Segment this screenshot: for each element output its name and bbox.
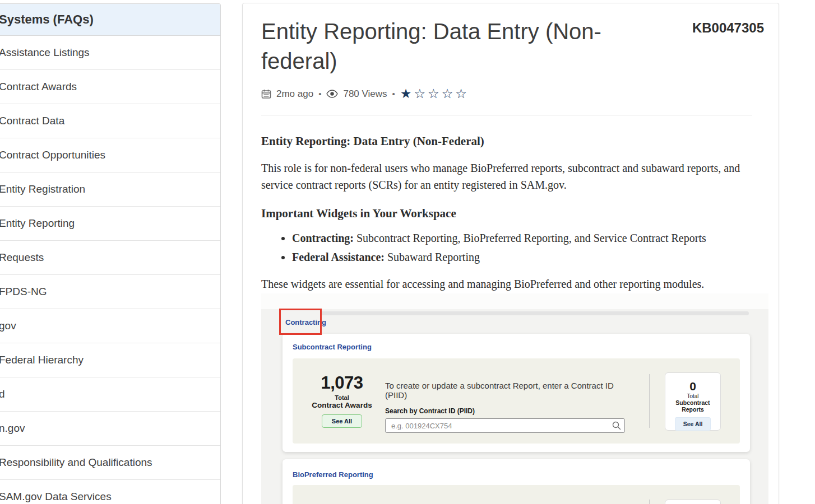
biopreferred-reporting-widget: BioPreferred Reporting: [283, 459, 750, 504]
red-annotation-box: [279, 309, 322, 335]
sidebar-item-fpds-ng[interactable]: FPDS-NG: [0, 275, 220, 309]
see-all-subcontract-reports-button: See All: [675, 417, 711, 431]
mini-label-total: Total: [665, 393, 720, 399]
article-body: Entity Reporting: Data Entry (Non-Federa…: [261, 131, 760, 292]
page-title: Entity Reporting: Data Entry (Non-federa…: [261, 17, 642, 76]
bullet-federal-assistance: Federal Assistance: Subaward Reporting: [292, 249, 735, 265]
subcontract-reports-total-card: 0 Total Subcontract Reports See All: [665, 372, 721, 431]
rating-stars[interactable]: [400, 87, 467, 100]
faq-category-sidebar: Systems (FAQs) Assistance Listings Contr…: [0, 3, 221, 504]
calendar-icon: [261, 89, 271, 99]
sidebar-item-contract-awards[interactable]: Contract Awards: [0, 70, 220, 104]
sidebar-item-entity-registration[interactable]: Entity Registration: [0, 172, 220, 207]
article-meta-row: 2mo ago 780 Views: [261, 87, 467, 100]
star-outline-icon: [455, 87, 467, 100]
panel-divider: [649, 500, 650, 504]
tab-strip-line: [320, 311, 749, 315]
article-views: 780 Views: [343, 88, 387, 100]
sidebar-item-sam-gov-data-services[interactable]: SAM.gov Data Services: [0, 480, 220, 504]
article-age: 2mo ago: [276, 88, 313, 100]
biopreferred-total-card: [665, 500, 721, 504]
mini-label-subcontract-reports: Subcontract Reports: [665, 399, 720, 413]
subcontract-search-area: To create or update a subcontract Report…: [385, 381, 627, 433]
biopreferred-panel: [293, 485, 740, 504]
article-paragraph-2: These widgets are essential for accessin…: [261, 276, 760, 292]
kb-article-card: Entity Reporting: Data Entry (Non-federa…: [242, 3, 779, 504]
search-label: Search by Contract ID (PIID): [385, 407, 627, 415]
star-outline-icon: [442, 87, 453, 100]
subcontract-reports-count: 0: [665, 380, 720, 393]
eye-icon: [326, 90, 338, 98]
sidebar-item-requests[interactable]: Requests: [0, 241, 220, 275]
widget-title-biopreferred: BioPreferred Reporting: [293, 470, 373, 479]
sidebar-item-responsibility-qualifications[interactable]: Responsibility and Qualifications: [0, 446, 220, 480]
panel-divider: [649, 374, 650, 428]
see-all-contract-awards-button: See All: [322, 414, 362, 428]
article-heading-2: Important Widgets in Your Workspace: [261, 207, 760, 221]
article-paragraph-1: This role is for non-federal users who m…: [261, 160, 750, 193]
contract-id-search-input: [385, 418, 625, 433]
sidebar-item-federal-hierarchy[interactable]: Federal Hierarchy: [0, 343, 220, 377]
workspace-screenshot-image: Contracting Subcontract Reporting 1,073 …: [261, 293, 768, 504]
star-outline-icon: [414, 87, 425, 100]
article-heading-1: Entity Reporting: Data Entry (Non-Federa…: [261, 134, 760, 148]
bullet-contracting: Contracting: Subcontract Reporting, BioP…: [292, 230, 735, 246]
stat-label-contract-awards: Contract Awards: [305, 401, 379, 409]
subcontract-reporting-widget: Subcontract Reporting 1,073 Total Contra…: [283, 334, 750, 452]
separator-dot: [392, 88, 395, 100]
contract-awards-count: 1,073: [305, 373, 379, 393]
star-outline-icon: [428, 87, 439, 100]
separator-dot: [318, 88, 321, 100]
kb-number: KB0047305: [692, 20, 764, 36]
sidebar-item-entity-reporting[interactable]: Entity Reporting: [0, 207, 220, 241]
sidebar-item-contract-opportunities[interactable]: Contract Opportunities: [0, 138, 220, 172]
sidebar-item-assistance-listings[interactable]: Assistance Listings: [0, 36, 220, 70]
sidebar-item-n-gov[interactable]: n.gov: [0, 412, 220, 446]
sidebar-header: Systems (FAQs): [0, 4, 220, 36]
sidebar-item-gov[interactable]: gov: [0, 309, 220, 343]
subcontract-instruction: To create or update a subcontract Report…: [385, 381, 627, 400]
sidebar-item-contract-data[interactable]: Contract Data: [0, 104, 220, 138]
sidebar-item-d[interactable]: d: [0, 377, 220, 412]
widget-bullet-list: Contracting: Subcontract Reporting, BioP…: [292, 230, 735, 265]
widget-title-subcontract: Subcontract Reporting: [293, 343, 372, 351]
search-box: [385, 418, 625, 433]
stat-label-total: Total: [305, 394, 379, 401]
meta-divider: [261, 115, 752, 115]
contract-awards-stat: 1,073 Total Contract Awards See All: [305, 373, 379, 428]
subcontract-panel: 1,073 Total Contract Awards See All To c…: [293, 358, 740, 444]
star-filled-icon: [400, 87, 412, 100]
search-icon: [612, 421, 621, 432]
